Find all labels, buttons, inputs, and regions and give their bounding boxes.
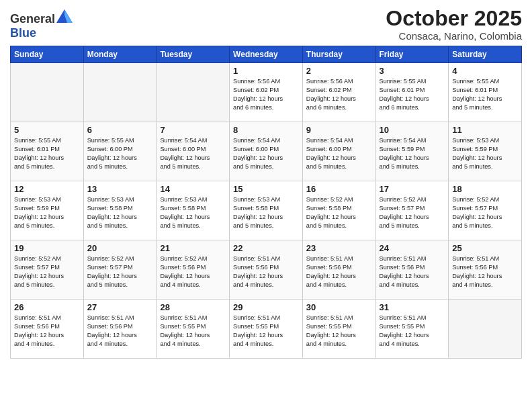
calendar-cell: 13Sunrise: 5:53 AM Sunset: 5:58 PM Dayli… xyxy=(83,181,157,240)
weekday-friday: Friday xyxy=(375,46,449,63)
calendar-cell: 6Sunrise: 5:55 AM Sunset: 6:00 PM Daylig… xyxy=(83,122,157,181)
calendar-cell: 2Sunrise: 5:56 AM Sunset: 6:02 PM Daylig… xyxy=(302,63,375,122)
title-block: October 2025 Consaca, Narino, Colombia xyxy=(386,7,522,42)
day-info: Sunrise: 5:51 AM Sunset: 5:55 PM Dayligh… xyxy=(306,314,372,349)
calendar-cell: 26Sunrise: 5:51 AM Sunset: 5:56 PM Dayli… xyxy=(11,300,84,359)
calendar-cell: 28Sunrise: 5:51 AM Sunset: 5:55 PM Dayli… xyxy=(157,300,230,359)
calendar-cell xyxy=(157,63,230,122)
day-info: Sunrise: 5:53 AM Sunset: 5:59 PM Dayligh… xyxy=(14,195,80,230)
day-info: Sunrise: 5:54 AM Sunset: 5:59 PM Dayligh… xyxy=(380,136,445,171)
calendar-cell: 21Sunrise: 5:52 AM Sunset: 5:56 PM Dayli… xyxy=(157,240,230,300)
calendar-cell: 22Sunrise: 5:51 AM Sunset: 5:56 PM Dayli… xyxy=(230,240,303,300)
day-info: Sunrise: 5:55 AM Sunset: 6:00 PM Dayligh… xyxy=(87,136,153,171)
header: General Blue October 2025 Consaca, Narin… xyxy=(10,7,522,42)
day-number: 31 xyxy=(380,302,445,312)
calendar-cell: 7Sunrise: 5:54 AM Sunset: 6:00 PM Daylig… xyxy=(157,122,230,181)
calendar-cell: 20Sunrise: 5:52 AM Sunset: 5:57 PM Dayli… xyxy=(83,240,157,300)
calendar-cell: 30Sunrise: 5:51 AM Sunset: 5:55 PM Dayli… xyxy=(302,300,375,359)
calendar-cell: 15Sunrise: 5:53 AM Sunset: 5:58 PM Dayli… xyxy=(230,181,303,240)
calendar-cell xyxy=(83,63,157,122)
day-info: Sunrise: 5:52 AM Sunset: 5:57 PM Dayligh… xyxy=(452,195,518,230)
day-number: 7 xyxy=(160,125,226,135)
day-number: 30 xyxy=(306,302,372,312)
calendar-cell: 5Sunrise: 5:55 AM Sunset: 6:01 PM Daylig… xyxy=(11,122,84,181)
day-info: Sunrise: 5:55 AM Sunset: 6:01 PM Dayligh… xyxy=(14,136,80,171)
weekday-wednesday: Wednesday xyxy=(230,46,303,63)
day-number: 6 xyxy=(87,125,153,135)
day-number: 27 xyxy=(87,302,153,312)
weekday-thursday: Thursday xyxy=(302,46,375,63)
calendar-cell: 8Sunrise: 5:54 AM Sunset: 6:00 PM Daylig… xyxy=(230,122,303,181)
calendar-cell: 24Sunrise: 5:51 AM Sunset: 5:56 PM Dayli… xyxy=(375,240,449,300)
day-number: 28 xyxy=(160,302,226,312)
day-info: Sunrise: 5:51 AM Sunset: 5:55 PM Dayligh… xyxy=(380,314,445,349)
day-number: 4 xyxy=(452,66,518,76)
calendar-cell: 9Sunrise: 5:54 AM Sunset: 6:00 PM Daylig… xyxy=(302,122,375,181)
logo: General Blue xyxy=(10,9,73,40)
day-info: Sunrise: 5:54 AM Sunset: 6:00 PM Dayligh… xyxy=(233,136,299,171)
calendar-cell: 16Sunrise: 5:52 AM Sunset: 5:58 PM Dayli… xyxy=(302,181,375,240)
day-number: 5 xyxy=(14,125,80,135)
day-info: Sunrise: 5:52 AM Sunset: 5:58 PM Dayligh… xyxy=(306,195,372,230)
calendar-cell: 23Sunrise: 5:51 AM Sunset: 5:56 PM Dayli… xyxy=(302,240,375,300)
calendar-cell: 19Sunrise: 5:52 AM Sunset: 5:57 PM Dayli… xyxy=(11,240,84,300)
calendar-cell: 29Sunrise: 5:51 AM Sunset: 5:55 PM Dayli… xyxy=(230,300,303,359)
day-info: Sunrise: 5:55 AM Sunset: 6:01 PM Dayligh… xyxy=(452,77,518,112)
location-title: Consaca, Narino, Colombia xyxy=(386,30,522,42)
calendar-cell xyxy=(11,63,84,122)
day-number: 3 xyxy=(380,66,445,76)
day-info: Sunrise: 5:51 AM Sunset: 5:56 PM Dayligh… xyxy=(452,255,518,289)
day-info: Sunrise: 5:56 AM Sunset: 6:02 PM Dayligh… xyxy=(306,77,372,112)
day-info: Sunrise: 5:55 AM Sunset: 6:01 PM Dayligh… xyxy=(380,77,445,112)
day-info: Sunrise: 5:56 AM Sunset: 6:02 PM Dayligh… xyxy=(233,77,299,112)
day-number: 21 xyxy=(160,243,226,253)
day-number: 22 xyxy=(233,243,299,253)
week-row-2: 5Sunrise: 5:55 AM Sunset: 6:01 PM Daylig… xyxy=(11,122,522,181)
weekday-sunday: Sunday xyxy=(11,46,84,63)
logo-general: General xyxy=(10,12,55,26)
day-info: Sunrise: 5:53 AM Sunset: 5:59 PM Dayligh… xyxy=(452,136,518,171)
day-number: 14 xyxy=(160,184,226,194)
day-number: 9 xyxy=(306,125,372,135)
day-number: 25 xyxy=(452,243,518,253)
day-number: 19 xyxy=(14,243,80,253)
day-number: 12 xyxy=(14,184,80,194)
weekday-monday: Monday xyxy=(83,46,157,63)
day-info: Sunrise: 5:54 AM Sunset: 6:00 PM Dayligh… xyxy=(160,136,226,171)
day-number: 18 xyxy=(452,184,518,194)
weekday-saturday: Saturday xyxy=(449,46,522,63)
day-info: Sunrise: 5:51 AM Sunset: 5:56 PM Dayligh… xyxy=(233,255,299,289)
day-number: 13 xyxy=(87,184,153,194)
day-number: 24 xyxy=(380,243,445,253)
day-info: Sunrise: 5:52 AM Sunset: 5:57 PM Dayligh… xyxy=(87,255,153,289)
calendar-cell: 11Sunrise: 5:53 AM Sunset: 5:59 PM Dayli… xyxy=(449,122,522,181)
day-info: Sunrise: 5:53 AM Sunset: 5:58 PM Dayligh… xyxy=(87,195,153,230)
calendar-cell xyxy=(449,300,522,359)
week-row-1: 1Sunrise: 5:56 AM Sunset: 6:02 PM Daylig… xyxy=(11,63,522,122)
calendar-cell: 12Sunrise: 5:53 AM Sunset: 5:59 PM Dayli… xyxy=(11,181,84,240)
day-number: 11 xyxy=(452,125,518,135)
month-title: October 2025 xyxy=(386,7,522,30)
week-row-3: 12Sunrise: 5:53 AM Sunset: 5:59 PM Dayli… xyxy=(11,181,522,240)
logo-icon xyxy=(56,9,73,23)
day-info: Sunrise: 5:52 AM Sunset: 5:57 PM Dayligh… xyxy=(14,255,80,289)
day-number: 26 xyxy=(14,302,80,312)
calendar-cell: 1Sunrise: 5:56 AM Sunset: 6:02 PM Daylig… xyxy=(230,63,303,122)
day-number: 15 xyxy=(233,184,299,194)
weekday-tuesday: Tuesday xyxy=(157,46,230,63)
logo-blue: Blue xyxy=(10,26,36,40)
calendar-cell: 31Sunrise: 5:51 AM Sunset: 5:55 PM Dayli… xyxy=(375,300,449,359)
day-info: Sunrise: 5:51 AM Sunset: 5:56 PM Dayligh… xyxy=(14,314,80,349)
calendar-cell: 4Sunrise: 5:55 AM Sunset: 6:01 PM Daylig… xyxy=(449,63,522,122)
day-number: 2 xyxy=(306,66,372,76)
day-info: Sunrise: 5:53 AM Sunset: 5:58 PM Dayligh… xyxy=(233,195,299,230)
day-info: Sunrise: 5:53 AM Sunset: 5:58 PM Dayligh… xyxy=(160,195,226,230)
day-info: Sunrise: 5:51 AM Sunset: 5:56 PM Dayligh… xyxy=(380,255,445,289)
calendar-cell: 17Sunrise: 5:52 AM Sunset: 5:57 PM Dayli… xyxy=(375,181,449,240)
week-row-4: 19Sunrise: 5:52 AM Sunset: 5:57 PM Dayli… xyxy=(11,240,522,300)
day-number: 23 xyxy=(306,243,372,253)
week-row-5: 26Sunrise: 5:51 AM Sunset: 5:56 PM Dayli… xyxy=(11,300,522,359)
calendar-cell: 18Sunrise: 5:52 AM Sunset: 5:57 PM Dayli… xyxy=(449,181,522,240)
day-info: Sunrise: 5:52 AM Sunset: 5:56 PM Dayligh… xyxy=(160,255,226,289)
day-info: Sunrise: 5:54 AM Sunset: 6:00 PM Dayligh… xyxy=(306,136,372,171)
